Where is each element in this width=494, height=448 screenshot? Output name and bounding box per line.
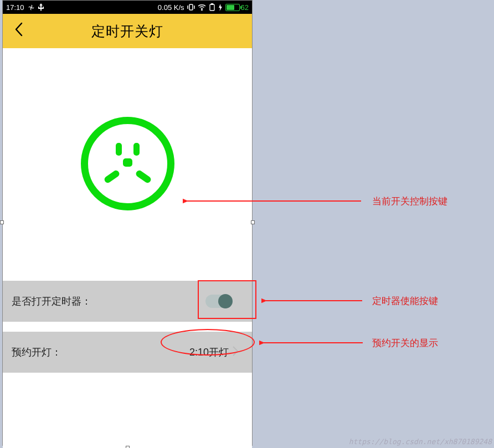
watermark: https://blog.csdn.net/xh870189248 — [349, 437, 492, 446]
annotation-arrow-schedule — [259, 334, 367, 351]
timer-enable-row: 是否打开定时器： — [3, 281, 252, 322]
battery-outline-icon — [209, 3, 215, 11]
wifi-icon — [198, 4, 206, 11]
bottom-blank — [3, 373, 252, 448]
phone-frame: 17:10 0.05 K/s 62 — [2, 0, 253, 446]
bolt-icon — [218, 4, 223, 11]
schedule-value-group: 2:10开灯 — [189, 346, 243, 359]
timer-enable-toggle[interactable] — [205, 295, 232, 308]
row-spacer — [3, 322, 252, 332]
app-header: 定时开关灯 — [3, 14, 252, 48]
annotation-schedule: 预约开关的显示 — [366, 337, 438, 349]
toggle-knob — [218, 294, 233, 308]
resize-handle — [0, 220, 4, 224]
battery-indicator: 62 — [225, 3, 249, 12]
schedule-value: 2:10开灯 — [189, 346, 229, 359]
socket-power-button[interactable] — [79, 115, 176, 214]
svg-rect-11 — [103, 169, 120, 184]
annotation-label-socket: 当前开关控制按键 — [372, 195, 447, 208]
back-button[interactable] — [9, 19, 28, 43]
status-right: 0.05 K/s 62 — [158, 3, 249, 12]
svg-rect-9 — [133, 143, 140, 156]
annotation-arrow-socket — [183, 193, 366, 209]
annotation-label-schedule: 预约开关的显示 — [372, 337, 438, 349]
svg-rect-6 — [211, 3, 213, 4]
svg-rect-5 — [210, 4, 214, 11]
annotation-arrow-toggle — [261, 292, 367, 309]
timer-enable-label: 是否打开定时器： — [12, 295, 91, 308]
resize-handle — [251, 220, 255, 224]
fan-icon — [28, 4, 35, 11]
status-bar: 17:10 0.05 K/s 62 — [3, 1, 252, 14]
vibrate-icon — [187, 4, 195, 11]
svg-rect-8 — [116, 143, 122, 156]
annotation-socket: 当前开关控制按键 — [366, 195, 447, 208]
svg-point-4 — [201, 9, 202, 11]
svg-rect-12 — [135, 169, 152, 184]
content-area — [3, 48, 252, 281]
battery-percent: 62 — [241, 3, 249, 12]
chevron-right-icon — [232, 346, 239, 359]
page-title: 定时开关灯 — [3, 22, 252, 40]
schedule-row[interactable]: 预约开灯： 2:10开灯 — [3, 332, 252, 373]
schedule-label: 预约开灯： — [12, 346, 61, 359]
status-left: 17:10 — [6, 3, 44, 12]
svg-rect-1 — [189, 4, 193, 10]
status-time: 17:10 — [6, 3, 24, 12]
annotation-toggle: 定时器使能按键 — [366, 295, 438, 307]
net-speed: 0.05 K/s — [158, 3, 184, 12]
resize-handle — [126, 446, 130, 448]
usb-icon — [38, 3, 44, 11]
svg-rect-10 — [123, 158, 132, 167]
annotation-label-toggle: 定时器使能按键 — [372, 295, 438, 307]
